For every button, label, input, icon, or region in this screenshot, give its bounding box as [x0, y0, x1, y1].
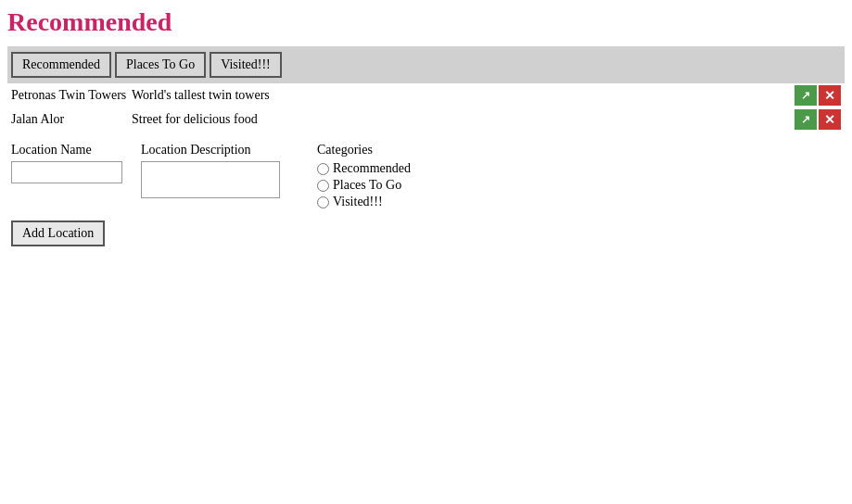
category-places-to-go[interactable]: Places To Go [317, 178, 411, 193]
page-title: Recommended [7, 7, 845, 37]
add-location-button[interactable]: Add Location [11, 220, 105, 246]
goto-icon-2: ↗ [801, 113, 810, 126]
tab-places-to-go[interactable]: Places To Go [115, 52, 206, 78]
add-location-form: Location Name Location Description Categ… [7, 139, 845, 250]
table-row: Petronas Twin Towers World's tallest twi… [7, 83, 845, 107]
location-name-group: Location Name [11, 143, 122, 183]
location-desc-input[interactable] [141, 161, 280, 198]
delete-icon-2: ✕ [824, 112, 835, 127]
location-desc-2: Street for delicious food [132, 112, 795, 127]
location-list: Petronas Twin Towers World's tallest twi… [7, 83, 845, 132]
row-actions-1: ↗ ✕ [795, 85, 841, 106]
location-desc-1: World's tallest twin towers [132, 88, 795, 103]
delete-icon-1: ✕ [824, 88, 835, 103]
delete-button-2[interactable]: ✕ [819, 109, 841, 130]
tab-visited[interactable]: Visited!!! [210, 52, 282, 78]
goto-button-1[interactable]: ↗ [795, 85, 817, 106]
category-visited[interactable]: Visited!!! [317, 195, 411, 209]
category-visited-label: Visited!!! [333, 195, 383, 209]
location-name-1: Petronas Twin Towers [11, 88, 132, 103]
categories-group: Categories Recommended Places To Go Visi… [317, 143, 411, 211]
category-places-to-go-label: Places To Go [333, 178, 401, 193]
location-name-2: Jalan Alor [11, 112, 132, 127]
location-name-input[interactable] [11, 161, 122, 183]
location-desc-label: Location Description [141, 143, 280, 158]
category-recommended[interactable]: Recommended [317, 161, 411, 176]
table-row: Jalan Alor Street for delicious food ↗ ✕ [7, 107, 845, 132]
location-desc-group: Location Description [141, 143, 280, 198]
location-name-label: Location Name [11, 143, 122, 158]
categories-label: Categories [317, 143, 411, 158]
category-recommended-label: Recommended [333, 161, 411, 176]
radio-visited[interactable] [317, 196, 329, 208]
row-actions-2: ↗ ✕ [795, 109, 841, 130]
radio-places-to-go[interactable] [317, 180, 329, 192]
delete-button-1[interactable]: ✕ [819, 85, 841, 106]
radio-recommended[interactable] [317, 163, 329, 175]
tab-bar: Recommended Places To Go Visited!!! [7, 46, 845, 83]
goto-icon-1: ↗ [801, 89, 810, 102]
tab-recommended[interactable]: Recommended [11, 52, 111, 78]
goto-button-2[interactable]: ↗ [795, 109, 817, 130]
form-row: Location Name Location Description Categ… [11, 143, 841, 211]
